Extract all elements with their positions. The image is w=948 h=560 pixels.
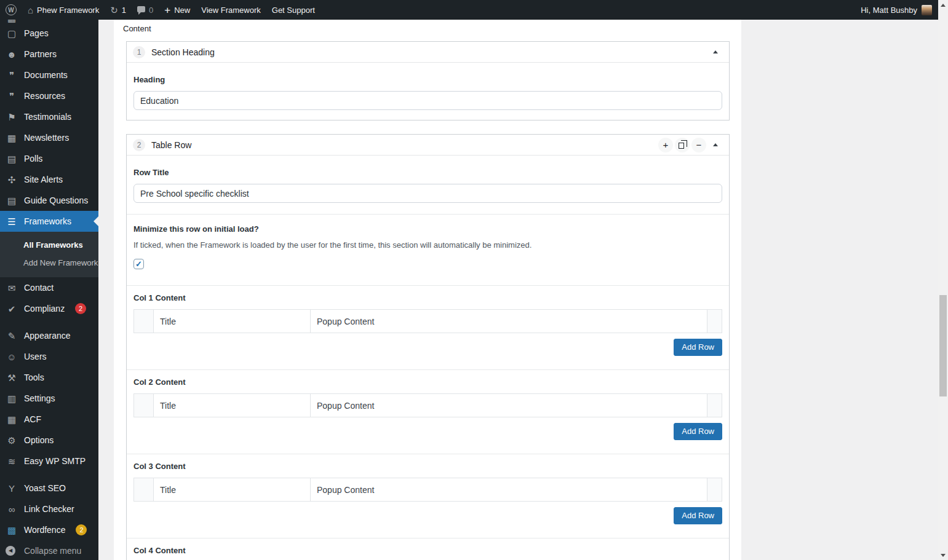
heading-input[interactable] [133,91,722,110]
minimize-field: Minimize this row on initial load? If ti… [127,215,729,286]
scroll-up-button[interactable] [938,0,948,10]
sidebar-item-site-alerts[interactable]: ✣ Site Alerts [0,169,98,190]
get-support-label: Get Support [272,6,315,15]
col-2-content-label: Col 2 Content [133,377,722,387]
partners-icon: ☻ [6,50,18,59]
sliders-icon: ▥ [6,394,18,403]
documents-icon: ❞ [6,71,18,80]
view-framework-link[interactable]: View Framework [196,0,266,20]
page-scrollbar[interactable] [938,0,948,560]
user-icon: ☺ [6,352,18,361]
sidebar-item-guide-questions[interactable]: ▤ Guide Questions [0,190,98,211]
collapse-layout-button[interactable] [708,138,723,152]
minimize-label: Minimize this row on initial load? [133,224,722,234]
sidebar-item-newsletters[interactable]: ▦ Newsletters [0,127,98,148]
home-icon: ⌂ [28,6,33,15]
scrollbar-thumb[interactable] [939,295,947,396]
layout-order-handle[interactable]: 1 [133,46,145,58]
wordpress-logo-icon: W [6,4,17,15]
col-1-repeater-table: Title Popup Content [133,309,722,333]
sidebar-item-settings[interactable]: ▥ Settings [0,388,98,409]
col-3-content-field: Col 3 Content Title Popup Content Add Ro… [127,454,729,538]
sidebar-item-appearance[interactable]: ✎ Appearance [0,325,98,346]
editor-panel: Content 1 Section Heading Heading 2 Tabl… [114,20,741,560]
sidebar-item-link-checker[interactable]: ∞ Link Checker [0,499,98,519]
add-row-button-col2[interactable]: Add Row [674,423,722,440]
new-content-link[interactable]: + New [159,0,196,20]
submenu-all-frameworks[interactable]: All Frameworks [0,236,98,254]
row-handle-column [134,310,154,333]
user-account-link[interactable]: Hi, Matt Bushby [861,0,917,20]
add-row-button-col1[interactable]: Add Row [674,339,722,356]
layout-title: Section Heading [151,47,215,57]
smtp-icon: ≋ [6,457,18,466]
heading-field: Heading [127,63,729,120]
gear-icon: ⚙ [6,436,18,445]
plus-icon: + [164,5,170,15]
sidebar-item-complianz[interactable]: ✔ Complianz 2 [0,298,98,319]
col-3-repeater-table: Title Popup Content [133,478,722,502]
wordfence-icon: ▩ [6,526,18,535]
add-layout-button[interactable]: + [658,138,673,152]
wrench-icon: ⚒ [6,373,18,382]
col-3-content-label: Col 3 Content [133,462,722,471]
sidebar-item-contact[interactable]: ✉ Contact [0,277,98,298]
clipped-icon: ▦ [6,20,18,23]
title-column-header: Title [154,394,311,417]
remove-layout-button[interactable]: − [691,138,706,152]
sidebar-item-partners[interactable]: ☻ Partners [0,44,98,65]
site-name-link[interactable]: ⌂ Phew Framework [22,0,105,20]
sidebar-item-testimonials[interactable]: ⚑ Testimonials [0,106,98,127]
yoast-icon: Y [6,484,18,493]
row-title-input[interactable] [133,184,722,203]
duplicate-layout-button[interactable] [675,138,690,152]
user-avatar[interactable] [922,5,932,15]
col-1-content-label: Col 1 Content [133,293,722,303]
sidebar-item-tools[interactable]: ⚒ Tools [0,367,98,388]
chevron-up-icon [713,141,718,146]
sidebar-item-pages[interactable]: ▢ Pages [0,23,98,44]
wordpress-menu[interactable]: W [0,0,22,20]
brush-icon: ✎ [6,331,18,341]
sidebar-item-options[interactable]: ⚙ Options [0,430,98,451]
layout-order-handle[interactable]: 2 [133,139,145,151]
admin-sidebar: ▦ ▢ Pages ☻ Partners ❞ Documents ❞ Resou… [0,20,98,560]
layout-title: Table Row [151,140,191,150]
col-4-content-label: Col 4 Content [133,546,722,556]
sidebar-item-yoast-seo[interactable]: Y Yoast SEO [0,478,98,499]
title-column-header: Title [154,310,311,333]
updates-link[interactable]: ↻ 1 [105,0,132,20]
sidebar-item-frameworks[interactable]: ☰ Frameworks [0,211,98,232]
row-handle-column [134,394,154,417]
comments-link[interactable]: 0 [132,0,159,20]
sidebar-item-easy-wp-smtp[interactable]: ≋ Easy WP SMTP [0,451,98,471]
acf-icon: ▦ [6,415,18,424]
sidebar-item-resources[interactable]: ❞ Resources [0,85,98,106]
collapse-layout-button[interactable] [708,45,723,60]
sidebar-item-polls[interactable]: ▤ Polls [0,148,98,169]
layout-header[interactable]: 1 Section Heading [127,42,729,63]
minimize-checkbox[interactable]: ✓ [133,259,144,269]
arrow-up-icon [941,1,946,7]
broken-link-icon: ∞ [6,505,18,514]
frameworks-submenu: All Frameworks Add New Framework [0,232,98,277]
title-column-header: Title [154,478,311,502]
sidebar-item-documents[interactable]: ❞ Documents [0,65,98,85]
collapse-menu-button[interactable]: ◀ Collapse menu [0,540,98,560]
row-title-label: Row Title [133,168,722,178]
col-1-content-field: Col 1 Content Title Popup Content Add Ro… [127,286,729,370]
get-support-link[interactable]: Get Support [266,0,321,20]
layout-header[interactable]: 2 Table Row + − [127,135,729,156]
row-remove-column [707,310,722,333]
popup-content-column-header: Popup Content [311,478,707,502]
complianz-badge: 2 [75,303,86,314]
sidebar-item-wordfence[interactable]: ▩ Wordfence 2 [0,519,98,540]
add-row-button-col3[interactable]: Add Row [674,507,722,524]
submenu-add-new-framework[interactable]: Add New Framework [0,254,98,272]
updates-count: 1 [122,6,126,15]
sidebar-item-acf[interactable]: ▦ ACF [0,409,98,430]
sidebar-item-users[interactable]: ☺ Users [0,346,98,367]
site-name-label: Phew Framework [37,6,99,15]
scroll-down-button[interactable] [938,550,948,560]
layout-section-heading: 1 Section Heading Heading [126,41,730,120]
